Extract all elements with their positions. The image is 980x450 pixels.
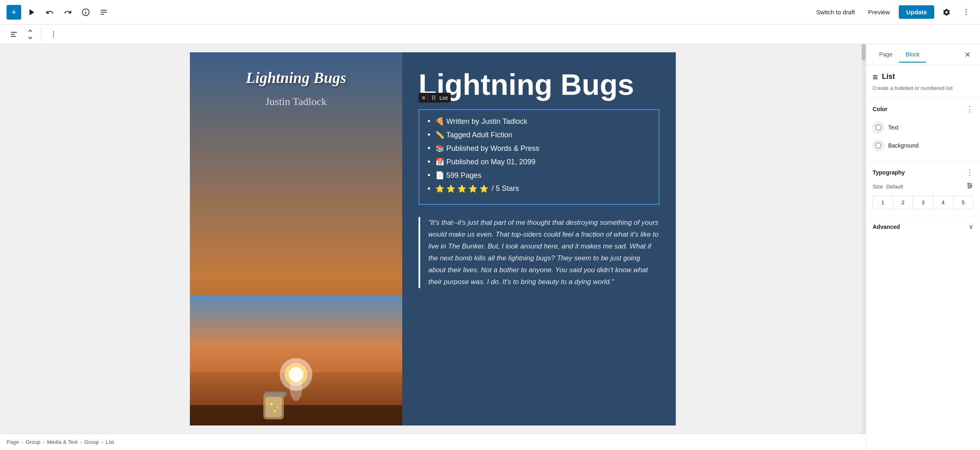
svg-point-33 (432, 99, 433, 100)
text-color-option[interactable]: Text (873, 119, 973, 137)
close-panel-button[interactable]: ✕ (961, 49, 973, 61)
stars-label: / 5 Stars (492, 184, 519, 193)
size-label: Size (873, 184, 883, 190)
move-up-button[interactable] (24, 27, 36, 34)
book-cover: Lightning Bugs Justin Tadlock (190, 52, 402, 425)
svg-rect-22 (190, 405, 402, 425)
svg-rect-11 (11, 34, 15, 35)
svg-rect-25 (265, 392, 287, 396)
color-section-title: Color (873, 106, 888, 112)
advanced-row[interactable]: Advanced ∨ (873, 223, 973, 231)
block-title-section: ≡ List Create a bulleted or numbered lis… (866, 65, 980, 98)
bg-color-circle (873, 140, 884, 151)
move-down-button[interactable] (24, 35, 36, 41)
breadcrumb-list[interactable]: List (106, 439, 114, 445)
right-panel: Page Block ✕ ≡ List Create a bulleted or… (866, 44, 980, 450)
add-block-button[interactable]: + (7, 5, 21, 20)
info-button[interactable] (78, 5, 93, 20)
size-btn-1[interactable]: 1 (873, 196, 893, 209)
block-description: Create a bulleted or numbered list. (873, 85, 973, 91)
stars: ⭐ ⭐ ⭐ ⭐ ⭐ (435, 184, 488, 193)
bg-color-label: Background (888, 142, 919, 149)
breadcrumb-sep: › (80, 439, 82, 445)
svg-point-14 (53, 34, 54, 35)
list-item: ⭐ ⭐ ⭐ ⭐ ⭐ / 5 Stars (428, 184, 650, 193)
text-color-circle-inner (875, 124, 882, 131)
second-toolbar (0, 25, 980, 44)
block-name: List (882, 72, 895, 81)
size-btn-3[interactable]: 3 (913, 196, 933, 209)
breadcrumb-group1[interactable]: Group (26, 439, 40, 445)
book-main-title: Lightning Bugs (419, 69, 659, 101)
play-icon-button[interactable] (24, 5, 39, 20)
breadcrumb-media-text[interactable]: Media & Text (47, 439, 78, 445)
sunset-scene (190, 295, 402, 425)
list-item-text: ✏️ Tagged Adult Fiction (435, 130, 512, 139)
sliders-icon (966, 182, 973, 189)
typography-title-row: Typography ⋮ (873, 168, 973, 177)
list-item: 📄 599 Pages (428, 170, 650, 180)
list-toolbar-label: List (439, 95, 448, 101)
quote-block: "It's that--it's just that part of me th… (419, 217, 659, 288)
svg-rect-24 (265, 397, 282, 417)
tab-block[interactable]: Block (899, 47, 926, 63)
list-view-icon (100, 8, 108, 16)
breadcrumb-page[interactable]: Page (7, 439, 19, 445)
svg-point-38 (968, 183, 969, 185)
editor-scroll[interactable]: Lightning Bugs Justin Tadlock (0, 44, 866, 434)
gear-icon (942, 8, 951, 16)
svg-point-40 (969, 187, 970, 188)
typography-options-button[interactable]: ⋮ (966, 168, 973, 177)
toolbar-right: Switch to draft Preview Update (812, 5, 973, 20)
tab-page[interactable]: Page (873, 47, 899, 63)
breadcrumb-group2[interactable]: Group (84, 439, 99, 445)
settings-button[interactable] (939, 5, 954, 20)
chevron-down-icon (26, 34, 34, 42)
more-options-button[interactable] (959, 5, 973, 20)
editor-area: Lightning Bugs Justin Tadlock (0, 44, 866, 450)
size-row: Size Default (873, 182, 973, 191)
svg-point-30 (434, 96, 435, 96)
size-btn-2[interactable]: 2 (893, 196, 913, 209)
breadcrumb-bar: Page › Group › Media & Text › Group › Li… (0, 434, 866, 450)
advanced-section: Advanced ∨ (866, 216, 980, 237)
svg-rect-10 (11, 32, 17, 33)
panel-header: Page Block ✕ (866, 44, 980, 65)
scrollbar-thumb[interactable] (862, 44, 866, 60)
list-view-button[interactable] (96, 5, 111, 20)
list-item: 📅 Published on May 01, 2099 (428, 157, 650, 166)
svg-rect-12 (11, 36, 16, 37)
svg-point-39 (970, 185, 972, 186)
background-color-option[interactable]: Background (873, 137, 973, 154)
svg-point-26 (270, 403, 273, 405)
update-button[interactable]: Update (899, 5, 934, 19)
redo-button[interactable] (60, 5, 75, 20)
sidebar-icon (10, 30, 18, 38)
chevron-up-icon (26, 27, 34, 35)
list-item-text: 📚 Published by Words & Press (435, 144, 539, 153)
panel-tabs: Page Block (873, 47, 926, 63)
list-toolbar: ≡ List (419, 93, 451, 103)
drag-icon[interactable] (430, 94, 437, 101)
toggle-sidebar-button[interactable] (7, 27, 21, 42)
list-toolbar-icon: ≡ (422, 94, 425, 101)
size-btn-5[interactable]: 5 (953, 196, 973, 209)
block-options-button[interactable] (46, 27, 61, 42)
list-item-text: 📄 599 Pages (435, 171, 481, 180)
scrollbar-track[interactable] (862, 44, 866, 434)
more-icon (962, 8, 970, 16)
svg-marker-0 (29, 9, 34, 15)
list-block[interactable]: 🍕 Written by Justin Tadlock ✏️ Tagged Ad… (419, 109, 659, 205)
switch-to-draft-button[interactable]: Switch to draft (812, 6, 859, 18)
size-btn-4[interactable]: 4 (933, 196, 953, 209)
undo-button[interactable] (42, 5, 57, 20)
size-adjust-icon (966, 182, 973, 191)
svg-point-32 (434, 97, 435, 98)
toolbar-left: + (7, 5, 111, 20)
preview-button[interactable]: Preview (864, 6, 894, 18)
color-options-button[interactable]: ⋮ (966, 105, 973, 114)
svg-point-29 (432, 96, 433, 96)
breadcrumb-sep: › (102, 439, 103, 445)
breadcrumb-sep: › (21, 439, 23, 445)
book-list: 🍕 Written by Justin Tadlock ✏️ Tagged Ad… (428, 116, 650, 193)
